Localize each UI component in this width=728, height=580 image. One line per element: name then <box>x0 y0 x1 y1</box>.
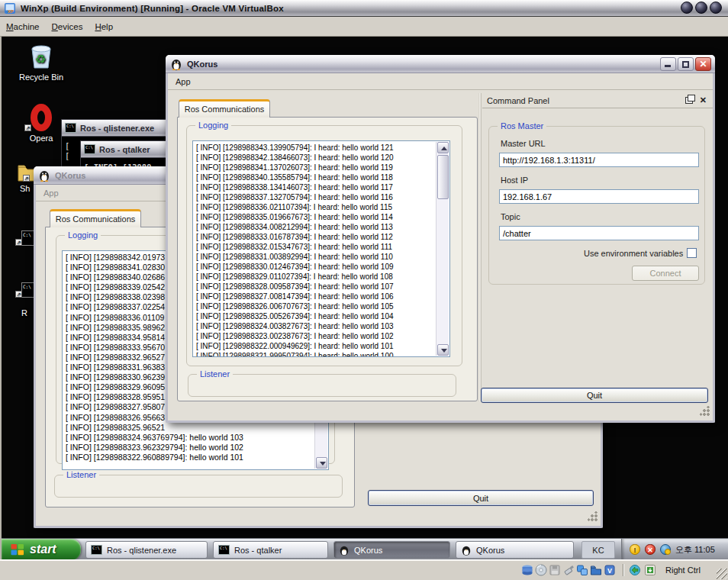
cdrom-status-icon[interactable] <box>535 564 547 576</box>
log-list[interactable]: [ INFO] [1298988343.139905794]: I heard:… <box>192 140 450 357</box>
menu-app[interactable]: App <box>176 77 191 86</box>
window-title: QKorus <box>55 171 85 180</box>
vbox-resize-grip[interactable] <box>717 569 727 579</box>
penguin-icon <box>339 545 350 556</box>
security-warning-icon[interactable]: ! <box>630 544 640 555</box>
qkorus-window-front: QKorus ✕ App Ros Communications Logging … <box>166 55 715 423</box>
log-scrollbar[interactable] <box>436 142 449 356</box>
svg-text:XP: XP <box>8 9 14 14</box>
shortcut-arrow-icon: ↗ <box>15 291 22 298</box>
host-ip-label: Host IP <box>501 176 528 185</box>
topic-label: Topic <box>501 212 520 221</box>
close-icon[interactable] <box>710 2 722 14</box>
vm-screen: ♻ Recycle Bin ↗ Opera ↗ Sh <box>0 37 728 559</box>
usb-status-icon[interactable] <box>562 564 575 576</box>
task-label: QKorus <box>476 546 504 555</box>
desktop-icon-label: Recycle Bin <box>12 72 70 82</box>
host-key-label: Right Ctrl <box>665 566 701 575</box>
mouse-integration-status-icon[interactable] <box>629 564 641 576</box>
host-ip-input[interactable] <box>499 189 699 204</box>
connect-button[interactable]: Connect <box>632 266 699 281</box>
window-titlebar[interactable]: QKorus ✕ <box>166 55 715 73</box>
log-lines: [ INFO] [1298988343.139905794]: I heard:… <box>196 143 434 356</box>
menu-help[interactable]: Help <box>95 22 113 31</box>
svg-text:♻: ♻ <box>35 53 46 66</box>
topic-input[interactable] <box>499 226 699 240</box>
harddisk-status-icon[interactable] <box>521 564 533 576</box>
task-label: QKorus <box>354 546 382 555</box>
virtualbox-vm-icon: XP <box>4 2 16 14</box>
start-label: start <box>30 543 56 556</box>
task-button-qtalker[interactable]: C:\ Ros - qtalker <box>213 541 328 559</box>
tab-ros-communications[interactable]: Ros Communications <box>179 99 270 118</box>
cmd-icon: C:\ <box>65 123 76 133</box>
task-button-qkorus[interactable]: QKorus <box>456 541 574 559</box>
resize-grip[interactable] <box>700 406 710 416</box>
taskbar: start C:\ Ros - qlistener.exe C:\ Ros - … <box>2 538 728 559</box>
quit-button[interactable]: Quit <box>481 388 708 403</box>
window-title: QKorus <box>187 60 217 69</box>
env-variables-label: Use environment variables <box>584 249 683 258</box>
menu-app[interactable]: App <box>43 188 59 198</box>
dock-close-icon[interactable]: ✕ <box>700 96 707 104</box>
scrollbar-thumb[interactable] <box>437 155 449 199</box>
shortcut-arrow-icon: ↗ <box>23 175 30 182</box>
ros-master-group-label: Ros Master <box>498 121 546 130</box>
windows-logo-icon <box>11 543 24 556</box>
menu-machine[interactable]: Machine <box>6 22 39 31</box>
menu-devices[interactable]: Devices <box>51 22 82 31</box>
minimize-icon[interactable] <box>681 2 693 14</box>
dock-float-icon[interactable] <box>685 97 693 104</box>
vbox-titlebar[interactable]: XP WinXp (Build Environment) [Running] -… <box>0 0 728 17</box>
task-button-qkorus-active[interactable]: QKorus <box>333 541 450 559</box>
minimize-icon[interactable] <box>660 57 676 71</box>
floppy-status-icon[interactable] <box>549 564 561 576</box>
opera-icon <box>31 104 52 131</box>
statusbar-separator <box>623 564 624 576</box>
command-panel-titlebar[interactable]: Command Panel ✕ <box>482 93 713 108</box>
auto-resize-status-icon[interactable] <box>644 564 656 576</box>
vbox-statusbar: V Right Ctrl <box>0 559 728 580</box>
vm-display-status-icon[interactable]: V <box>604 564 616 576</box>
restore-icon[interactable] <box>695 2 707 14</box>
scroll-down-icon[interactable] <box>316 457 327 469</box>
master-url-label: Master URL <box>501 139 546 148</box>
scroll-up-icon[interactable] <box>437 142 449 153</box>
network-status-icon[interactable] <box>576 564 588 576</box>
vbox-menubar: Machine Devices Help <box>0 17 728 37</box>
task-button-qlistener[interactable]: C:\ Ros - qlistener.exe <box>85 541 208 559</box>
language-indicator[interactable]: KC <box>581 541 615 559</box>
vbox-window-title: WinXp (Build Environment) [Running] - Or… <box>21 4 284 13</box>
console-title: Ros - qlistener.exe <box>80 124 154 133</box>
system-tray: ! ✕ 오후 11:05 <box>621 539 728 559</box>
maximize-icon[interactable] <box>678 57 694 71</box>
start-button[interactable]: start <box>2 539 81 559</box>
cmd-icon: C:\ <box>91 545 102 555</box>
shared-folders-status-icon[interactable] <box>590 564 602 576</box>
penguin-icon <box>170 58 182 70</box>
shortcut-arrow-icon: ↗ <box>15 239 22 246</box>
cmd-icon: C:\ <box>84 144 95 154</box>
master-url-input[interactable] <box>499 153 699 167</box>
recycle-bin-icon: ♻ <box>28 43 54 70</box>
ros-master-groupbox <box>488 126 705 285</box>
shortcut-arrow-icon: ↗ <box>24 124 31 131</box>
listener-group-label: Listener <box>197 369 233 379</box>
command-panel-title: Command Panel <box>487 96 549 105</box>
penguin-icon <box>38 169 50 182</box>
env-variables-checkbox[interactable] <box>687 248 697 258</box>
cmd-icon: C:\ <box>218 545 230 555</box>
network-status-icon[interactable] <box>660 544 671 555</box>
security-error-icon[interactable]: ✕ <box>645 544 656 555</box>
dock-splitter[interactable] <box>478 93 482 401</box>
logging-group-label: Logging <box>195 121 231 130</box>
tab-ros-communications[interactable]: Ros Communications <box>50 209 141 227</box>
logging-group-label: Logging <box>65 230 101 240</box>
quit-button[interactable]: Quit <box>368 490 594 506</box>
scroll-down-icon[interactable] <box>437 344 449 356</box>
task-label: Ros - qtalker <box>234 546 282 555</box>
close-icon[interactable]: ✕ <box>695 57 711 71</box>
tab-label: Ros Communications <box>56 214 136 224</box>
desktop-icon-recycle-bin[interactable]: ♻ Recycle Bin <box>12 41 70 82</box>
resize-grip[interactable] <box>588 511 598 521</box>
